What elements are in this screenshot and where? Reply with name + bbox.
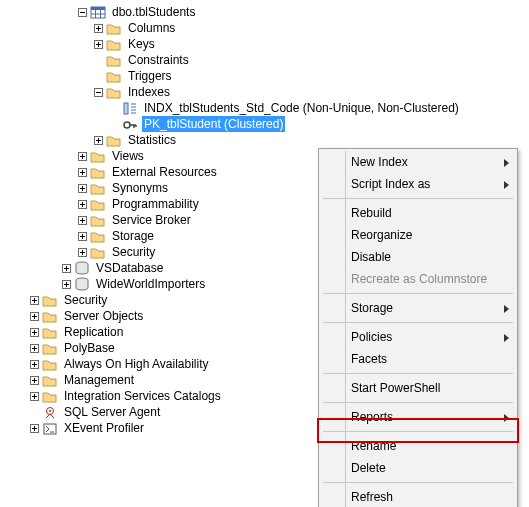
expander-plus-icon[interactable] (28, 390, 40, 402)
tree-item-columns[interactable]: Columns (0, 20, 529, 36)
menu-item-new-index[interactable]: New Index (321, 151, 515, 173)
menu-item-rebuild[interactable]: Rebuild (321, 202, 515, 224)
tree-label: Security (110, 244, 157, 260)
folder-icon (42, 293, 58, 307)
tree-label: Triggers (126, 68, 174, 84)
tree-item-constraints[interactable]: Constraints (0, 52, 529, 68)
tree-label: Storage (110, 228, 156, 244)
menu-item-reorganize[interactable]: Reorganize (321, 224, 515, 246)
folder-icon (90, 197, 106, 211)
tree-label: Service Broker (110, 212, 193, 228)
menu-item-delete[interactable]: Delete (321, 457, 515, 479)
folder-icon (106, 85, 122, 99)
menu-item-policies[interactable]: Policies (321, 326, 515, 348)
tree-item-statistics[interactable]: Statistics (0, 132, 529, 148)
expander-plus-icon[interactable] (28, 294, 40, 306)
expander-plus-icon[interactable] (76, 150, 88, 162)
expander-plus-icon[interactable] (76, 246, 88, 258)
tree-label: VSDatabase (94, 260, 165, 276)
expander-minus-icon[interactable] (92, 86, 104, 98)
tree-label: WideWorldImporters (94, 276, 207, 292)
menu-item-recreate-columnstore: Recreate as Columnstore (321, 268, 515, 290)
menu-label: New Index (351, 155, 408, 169)
tree-label: dbo.tblStudents (110, 4, 197, 20)
menu-item-script-index[interactable]: Script Index as (321, 173, 515, 195)
menu-label: Start PowerShell (351, 381, 440, 395)
expander-plus-icon[interactable] (28, 326, 40, 338)
tree-label: PolyBase (62, 340, 117, 356)
tree-item-keys[interactable]: Keys (0, 36, 529, 52)
context-menu: New Index Script Index as Rebuild Reorga… (318, 148, 518, 507)
folder-icon (106, 69, 122, 83)
agent-icon (42, 405, 58, 419)
submenu-arrow-icon (504, 302, 509, 316)
submenu-arrow-icon (504, 178, 509, 192)
database-icon (74, 277, 90, 291)
folder-icon (106, 21, 122, 35)
expander-plus-icon[interactable] (76, 198, 88, 210)
tree-item-index-nonclustered[interactable]: INDX_tblStudents_Std_Code (Non-Unique, N… (0, 100, 529, 116)
tree-label: Statistics (126, 132, 178, 148)
tree-label: Replication (62, 324, 125, 340)
folder-icon (106, 133, 122, 147)
tree-label: XEvent Profiler (62, 420, 146, 436)
folder-icon (106, 53, 122, 67)
expander-plus-icon[interactable] (60, 278, 72, 290)
folder-icon (90, 181, 106, 195)
tree-label: Integration Services Catalogs (62, 388, 223, 404)
expander-plus-icon[interactable] (28, 342, 40, 354)
tree-label: Views (110, 148, 146, 164)
menu-item-refresh[interactable]: Refresh (321, 486, 515, 507)
xevent-icon (42, 421, 58, 435)
tree-item-table[interactable]: dbo.tblStudents (0, 4, 529, 20)
expander-plus-icon[interactable] (28, 358, 40, 370)
menu-label: Delete (351, 461, 386, 475)
tree-label: Always On High Availability (62, 356, 211, 372)
tree-label: SQL Server Agent (62, 404, 162, 420)
folder-icon (90, 213, 106, 227)
table-icon (90, 5, 106, 19)
menu-item-disable[interactable]: Disable (321, 246, 515, 268)
menu-label: Refresh (351, 490, 393, 504)
expander-plus-icon[interactable] (76, 214, 88, 226)
tree-label: Keys (126, 36, 157, 52)
folder-icon (90, 245, 106, 259)
menu-label: Reorganize (351, 228, 412, 242)
expander-plus-icon[interactable] (28, 422, 40, 434)
tree-item-triggers[interactable]: Triggers (0, 68, 529, 84)
menu-label: Facets (351, 352, 387, 366)
tree-item-indexes[interactable]: Indexes (0, 84, 529, 100)
menu-separator (323, 431, 513, 432)
menu-item-start-powershell[interactable]: Start PowerShell (321, 377, 515, 399)
tree-item-index-pk[interactable]: PK_tblStudent (Clustered) (0, 116, 529, 132)
menu-separator (323, 402, 513, 403)
tree-label-selected: PK_tblStudent (Clustered) (142, 116, 285, 132)
folder-icon (42, 309, 58, 323)
menu-separator (323, 322, 513, 323)
menu-label: Reports (351, 410, 393, 424)
folder-icon (42, 389, 58, 403)
expander-plus-icon[interactable] (92, 38, 104, 50)
menu-label: Storage (351, 301, 393, 315)
expander-plus-icon[interactable] (92, 134, 104, 146)
folder-icon (42, 373, 58, 387)
menu-label: Disable (351, 250, 391, 264)
menu-item-storage[interactable]: Storage (321, 297, 515, 319)
expander-plus-icon[interactable] (28, 374, 40, 386)
menu-item-facets[interactable]: Facets (321, 348, 515, 370)
folder-icon (90, 149, 106, 163)
tree-label: Programmability (110, 196, 201, 212)
menu-item-reports[interactable]: Reports (321, 406, 515, 428)
tree-label: INDX_tblStudents_Std_Code (Non-Unique, N… (142, 100, 461, 116)
menu-item-rename[interactable]: Rename (321, 435, 515, 457)
expander-minus-icon[interactable] (76, 6, 88, 18)
expander-plus-icon[interactable] (92, 22, 104, 34)
expander-plus-icon[interactable] (76, 166, 88, 178)
submenu-arrow-icon (504, 411, 509, 425)
expander-plus-icon[interactable] (60, 262, 72, 274)
expander-plus-icon[interactable] (76, 230, 88, 242)
expander-plus-icon[interactable] (76, 182, 88, 194)
folder-icon (42, 341, 58, 355)
menu-separator (323, 482, 513, 483)
expander-plus-icon[interactable] (28, 310, 40, 322)
